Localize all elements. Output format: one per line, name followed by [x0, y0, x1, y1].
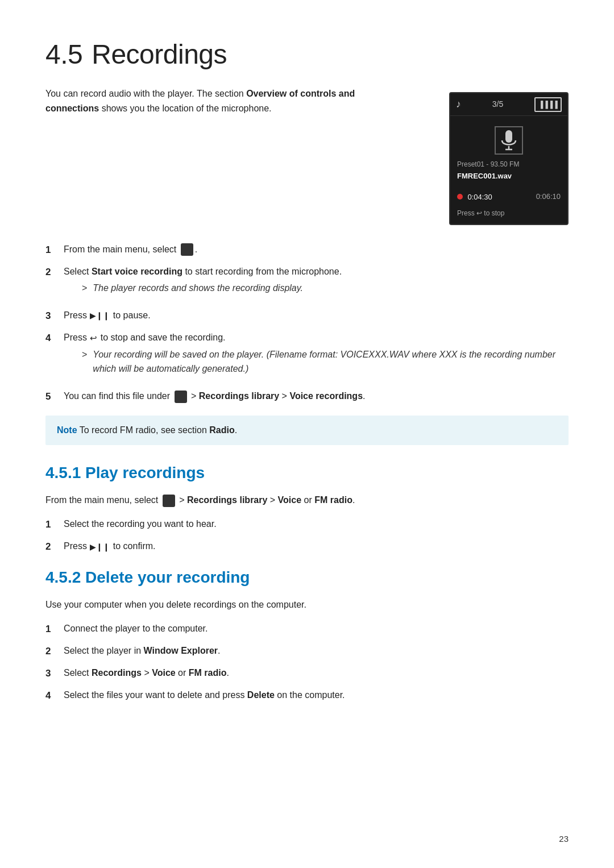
play-intro-bold1: Recordings library [187, 495, 267, 505]
step-5: 5 You can find this file under > Recordi… [45, 389, 569, 404]
step-1-content: From the main menu, select . [64, 242, 569, 257]
note-label: Note [57, 425, 77, 435]
step-5-gt1: > [191, 391, 199, 401]
play-step-2: 2 Press ▶❙❙ to confirm. [45, 539, 569, 554]
play-step-2-end: to confirm. [113, 541, 156, 551]
play-steps-list: 1 Select the recording you want to hear.… [45, 517, 569, 554]
play-intro-bold3: FM radio [314, 495, 352, 505]
record-dot [457, 194, 463, 200]
delete-step-1-content: Connect the player to the computer. [64, 621, 569, 636]
delete-step-4-content: Select the files your want to delete and… [64, 688, 569, 703]
note-box: Note To record FM radio, see section Rad… [45, 416, 569, 445]
play-step-2-content: Press ▶❙❙ to confirm. [64, 539, 569, 554]
delete-step-4-number: 4 [45, 688, 64, 703]
current-time-value: 0:04:30 [467, 193, 492, 201]
current-time: 0:04:30 [457, 190, 492, 203]
intro-text-before: You can record audio with the player. Th… [45, 89, 246, 98]
play-section-number: 4.5.1 [45, 464, 81, 481]
screen-time-row: 0:04:30 0:06:10 [457, 190, 561, 203]
delete-step-4-bold: Delete [247, 690, 275, 700]
step-2-end: to start recording from the microphone. [182, 267, 342, 276]
step-2-result-text: The player records and shows the recordi… [93, 281, 303, 296]
step-5-content: You can find this file under > Recording… [64, 389, 569, 404]
play-intro-bold2: Voice [278, 495, 302, 505]
delete-steps-list: 1 Connect the player to the computer. 2 … [45, 621, 569, 704]
screen-body: Preset01 - 93.50 FM FMREC001.wav 0:04:30… [450, 116, 567, 224]
delete-step-3: 3 Select Recordings > Voice or FM radio. [45, 666, 569, 681]
step-3-number: 3 [45, 308, 64, 323]
recording-steps-list: 1 From the main menu, select . 2 Select … [45, 242, 569, 405]
delete-step-3-number: 3 [45, 666, 64, 681]
step-5-prefix: You can find this file under [64, 391, 173, 401]
step-3-end: to pause. [113, 310, 151, 320]
delete-step-4: 4 Select the files your want to delete a… [45, 688, 569, 703]
note-text: To record FM radio, see section [77, 425, 210, 435]
music-icon: ♪ [456, 97, 461, 112]
play-step-1-number: 1 [45, 517, 64, 532]
delete-step-3-bold3: FM radio [189, 668, 227, 678]
step-3-content: Press ▶❙❙ to pause. [64, 308, 569, 323]
step-2-result-line: The player records and shows the recordi… [82, 281, 569, 296]
delete-step-2-bold: Window Explorer [144, 646, 218, 655]
delete-intro: Use your computer when you delete record… [45, 597, 569, 612]
delete-step-1-number: 1 [45, 621, 64, 637]
play-section-title: 4.5.1 Play recordings [45, 461, 569, 485]
play-intro-prefix: From the main menu, select [45, 495, 158, 505]
track-counter: 3/5 [492, 98, 503, 110]
step-4-prefix: Press [64, 333, 89, 342]
svg-rect-0 [505, 130, 512, 143]
step-4-number: 4 [45, 330, 64, 346]
delete-step-2-number: 2 [45, 643, 64, 659]
play-pause-icon: ▶❙❙ [90, 309, 110, 322]
note-bold: Radio [209, 425, 234, 435]
screen-preset-label: Preset01 - 93.50 FM [457, 159, 561, 169]
delete-section-title: 4.5.2 Delete your recording [45, 566, 569, 589]
step-4-result: Your recording will be saved on the play… [82, 347, 569, 376]
intro-paragraph: You can record audio with the player. Th… [45, 86, 398, 115]
delete-section: 4.5.2 Delete your recording Use your com… [45, 566, 569, 703]
play-section-title-text: Play recordings [85, 464, 205, 481]
play-step-2-prefix: Press [64, 541, 89, 551]
library-icon [175, 391, 187, 403]
delete-step-2-content: Select the player in Window Explorer. [64, 643, 569, 658]
step-4: 4 Press ↩ to stop and save the recording… [45, 330, 569, 382]
intro-text-after: shows you the location of the microphone… [99, 103, 271, 113]
section-number: 4.5 [45, 39, 82, 69]
intro-with-image: You can record audio with the player. Th… [45, 86, 569, 225]
delete-step-3-bold1: Recordings [92, 668, 142, 678]
step-3-prefix: Press [64, 310, 89, 320]
step-1-number: 1 [45, 242, 64, 258]
delete-step-3-end: . [226, 668, 229, 678]
step-2-bold: Start voice recording [92, 267, 182, 276]
title-text: Recordings [92, 39, 227, 69]
step-2-text: Select [64, 267, 92, 276]
play-step-1-content: Select the recording you want to hear. [64, 517, 569, 531]
step-1: 1 From the main menu, select . [45, 242, 569, 258]
play-intro: From the main menu, select > Recordings … [45, 493, 569, 508]
screen-header: ♪ 3/5 ▐▐▐▐ [450, 93, 567, 116]
delete-step-2: 2 Select the player in Window Explorer. [45, 643, 569, 659]
play-intro-or: or [301, 495, 314, 505]
delete-step-4-end: on the computer. [275, 690, 345, 700]
total-time-value: 0:06:10 [536, 191, 561, 202]
step-2-number: 2 [45, 264, 64, 280]
step-5-bold2: Voice recordings [289, 391, 363, 401]
delete-section-number: 4.5.2 [45, 568, 81, 586]
delete-step-4-prefix: Select the files your want to delete and… [64, 690, 247, 700]
page-number: 23 [559, 833, 569, 846]
intro-text-block: You can record audio with the player. Th… [45, 86, 426, 129]
delete-step-3-or: or [176, 668, 189, 678]
delete-step-1: 1 Connect the player to the computer. [45, 621, 569, 637]
play-menu-icon [163, 495, 175, 507]
step-2: 2 Select Start voice recording to start … [45, 264, 569, 301]
play-step-2-number: 2 [45, 539, 64, 554]
delete-section-title-text: Delete your recording [85, 568, 250, 586]
step-4-content: Press ↩ to stop and save the recording. … [64, 330, 569, 382]
step-4-result-line: Your recording will be saved on the play… [82, 347, 569, 376]
play-intro-gt: > [179, 495, 187, 505]
step-4-result-text: Your recording will be saved on the play… [93, 347, 569, 376]
delete-step-3-content: Select Recordings > Voice or FM radio. [64, 666, 569, 680]
screen-stop-text: Press ↩ to stop [457, 208, 561, 218]
step-4-end: to stop and save the recording. [101, 333, 226, 342]
play-step-1: 1 Select the recording you want to hear. [45, 517, 569, 532]
